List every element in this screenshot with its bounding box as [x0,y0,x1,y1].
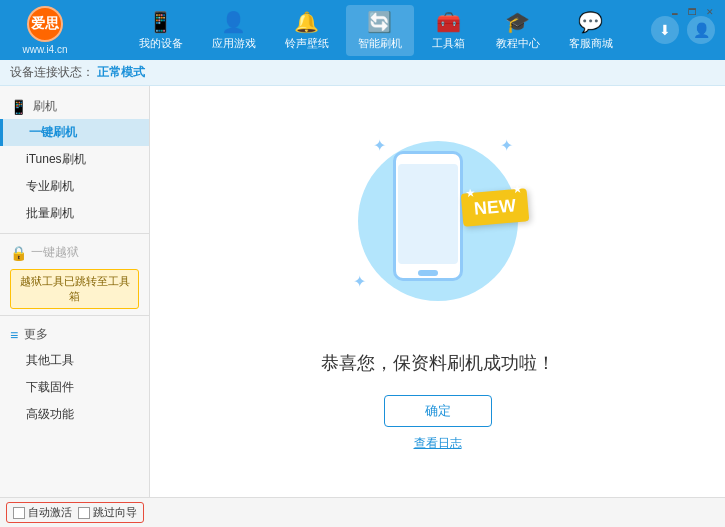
my-device-icon: 📱 [148,10,173,34]
nav-smart-flash[interactable]: 🔄 智能刷机 [346,5,414,56]
breadcrumb: 设备连接状态： 正常模式 [0,60,725,86]
nav-ringtones[interactable]: 🔔 铃声壁纸 [273,5,341,56]
confirm-button[interactable]: 确定 [384,395,492,427]
sparkle-2: ✦ [500,136,513,155]
user-button[interactable]: 👤 [687,16,715,44]
toolbox-icon: 🧰 [436,10,461,34]
sidebar-divider-1 [0,233,149,234]
sidebar-item-batch-flash[interactable]: 批量刷机 [0,200,149,227]
sparkle-3: ✦ [353,272,366,291]
sidebar-section-restore: 🔒 一键越狱 越狱工具已跳转至工具箱 [0,240,149,309]
sidebar-flash-header: 📱 刷机 [0,94,149,119]
sparkle-1: ✦ [373,136,386,155]
logo: 爱思 www.i4.cn [10,6,80,55]
sidebar-item-download-firmware[interactable]: 下载固件 [0,374,149,401]
sidebar-item-other-tools[interactable]: 其他工具 [0,347,149,374]
sidebar-restore-notice: 越狱工具已跳转至工具箱 [10,269,139,309]
sidebar-more-label: 更多 [24,326,48,343]
auto-activate-checkbox-label[interactable]: 自动激活 [13,505,72,520]
close-button[interactable]: ✕ [703,5,717,19]
sidebar-item-advanced[interactable]: 高级功能 [0,401,149,428]
tutorials-icon: 🎓 [505,10,530,34]
nav-apps-games-label: 应用游戏 [212,36,256,51]
maximize-button[interactable]: 🗖 [685,5,699,19]
checkbox-area: 自动激活 跳过向导 [0,498,725,523]
nav-tutorials-label: 教程中心 [496,36,540,51]
main-content: ✦ ✦ ✦ NEW 恭喜您，保资料刷机成功啦！ 确定 查看日志 [150,86,725,497]
logo-text: www.i4.cn [22,44,67,55]
sidebar: 📱 刷机 一键刷机 iTunes刷机 专业刷机 批量刷机 🔒 一键越狱 越狱工具… [0,86,150,497]
nav-my-device[interactable]: 📱 我的设备 [127,5,195,56]
nav-tutorials[interactable]: 🎓 教程中心 [484,5,552,56]
ringtones-icon: 🔔 [294,10,319,34]
bottom-area: 自动激活 跳过向导 📱 iPhone 15 Pro Max 512GB iPho… [0,497,725,527]
auto-activate-checkbox[interactable] [13,507,25,519]
logo-icon: 爱思 [27,6,63,42]
log-link[interactable]: 查看日志 [414,435,462,452]
phone-screen [398,164,458,264]
sidebar-divider-2 [0,315,149,316]
nav-toolbox-label: 工具箱 [432,36,465,51]
nav-smart-flash-label: 智能刷机 [358,36,402,51]
breadcrumb-status: 正常模式 [97,65,145,79]
breadcrumb-prefix: 设备连接状态： [10,65,94,79]
nav-toolbox[interactable]: 🧰 工具箱 [419,5,479,56]
skip-guide-checkbox-label[interactable]: 跳过向导 [78,505,137,520]
nav-my-device-label: 我的设备 [139,36,183,51]
service-icon: 💬 [578,10,603,34]
new-badge: NEW [460,188,529,227]
main-layout: 📱 刷机 一键刷机 iTunes刷机 专业刷机 批量刷机 🔒 一键越狱 越狱工具… [0,86,725,497]
nav-apps-games[interactable]: 👤 应用游戏 [200,5,268,56]
sidebar-item-itunes-flash[interactable]: iTunes刷机 [0,146,149,173]
smart-flash-icon: 🔄 [367,10,392,34]
sidebar-flash-label: 刷机 [33,98,57,115]
skip-guide-label: 跳过向导 [93,505,137,520]
minimize-button[interactable]: 🗕 [667,5,681,19]
nav-service-label: 客服商城 [569,36,613,51]
window-controls: 🗕 🗖 ✕ [667,5,717,19]
nav-service[interactable]: 💬 客服商城 [557,5,625,56]
download-button[interactable]: ⬇ [651,16,679,44]
sidebar-more-header: ≡ 更多 [0,322,149,347]
sidebar-restore-header: 🔒 一键越狱 [0,240,149,265]
flash-section-icon: 📱 [10,99,27,115]
more-section-icon: ≡ [10,327,18,343]
sidebar-item-one-key-flash[interactable]: 一键刷机 [0,119,149,146]
header: 爱思 www.i4.cn 📱 我的设备 👤 应用游戏 🔔 铃声壁纸 🔄 智能刷机… [0,0,725,60]
success-text: 恭喜您，保资料刷机成功啦！ [321,351,555,375]
sidebar-item-pro-flash[interactable]: 专业刷机 [0,173,149,200]
nav-bar: 📱 我的设备 👤 应用游戏 🔔 铃声壁纸 🔄 智能刷机 🧰 工具箱 🎓 [100,5,651,56]
header-right: ⬇ 👤 [651,16,715,44]
auto-activate-label: 自动激活 [28,505,72,520]
device-row: 📱 iPhone 15 Pro Max 512GB iPhone [0,523,725,527]
phone-image [393,151,463,281]
success-illustration: ✦ ✦ ✦ NEW [348,131,528,331]
sidebar-restore-label: 一键越狱 [31,244,79,261]
sidebar-section-flash: 📱 刷机 一键刷机 iTunes刷机 专业刷机 批量刷机 [0,94,149,227]
checkbox-group: 自动激活 跳过向导 [6,502,144,523]
phone-body [393,151,463,281]
apps-games-icon: 👤 [221,10,246,34]
sidebar-section-more: ≡ 更多 其他工具 下载固件 高级功能 [0,322,149,428]
restore-icon: 🔒 [10,245,27,261]
phone-home-btn [418,270,438,276]
nav-ringtones-label: 铃声壁纸 [285,36,329,51]
skip-guide-checkbox[interactable] [78,507,90,519]
